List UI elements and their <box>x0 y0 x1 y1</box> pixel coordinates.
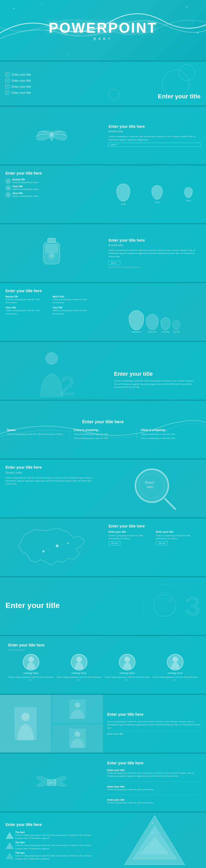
item-1: Enter your title China is preparing to m… <box>107 769 202 778</box>
svg-point-42 <box>75 702 80 708</box>
slide-5-footer: POWERPOINT DESIGN TEMPLATE <box>108 266 201 268</box>
portrait-photo-4 <box>167 654 183 671</box>
bottle-svg <box>38 237 65 270</box>
line-sep-13 <box>107 731 202 731</box>
body-3: China is preparing to mark... <box>12 195 40 197</box>
body-2: China is preparing to mark... <box>12 188 40 191</box>
slide-15-left: Enter your title here The fact China is … <box>0 812 103 868</box>
svg-point-5 <box>8 27 8 28</box>
slide-13: Enter your title here China is preparing… <box>0 695 206 752</box>
slide-8: Enter your title here Spawn China is pre… <box>0 401 206 459</box>
svg-text:✦: ✦ <box>50 782 52 784</box>
svg-point-15 <box>50 254 53 257</box>
line-sep-14-2 <box>107 795 202 795</box>
svg-rect-11 <box>47 238 56 242</box>
water-drop-medium <box>151 185 163 199</box>
label-1: Beauty life <box>12 178 40 181</box>
slide-3-right: Enter your title here Breathe baby China… <box>103 106 206 164</box>
slide-10-title: Enter your title here <box>108 524 201 528</box>
slide-7-title: Enter your title <box>114 371 195 377</box>
map-btn1[interactable]: Tell me <box>108 541 120 545</box>
slide-3-more-btn[interactable]: More + <box>108 143 201 147</box>
slide-12-title: Enter your title here <box>8 643 198 647</box>
slide-11-title: Enter your title <box>5 601 60 610</box>
slide-11-number: 3 <box>185 592 201 620</box>
svg-point-36 <box>76 657 82 662</box>
slide-14-left: ✦ <box>0 754 103 811</box>
photo-tile-2 <box>52 695 103 723</box>
svg-text:2: 2 <box>60 371 75 398</box>
slide-9-title: Enter your title here <box>5 465 98 469</box>
map-btn2[interactable]: Tell me <box>156 541 168 545</box>
slide-3-subtitle: Breathe baby <box>108 130 201 133</box>
slide-5-body: China is preparing to mark the 10th anni… <box>108 249 201 258</box>
tri-icon-2 <box>5 842 14 849</box>
water-drop-large <box>116 184 130 202</box>
slide-5-more-btn[interactable]: More + <box>108 261 120 265</box>
slide-10: Enter your title here Enter your title C… <box>0 518 206 576</box>
slide-14-right: Enter your title here Enter your title C… <box>103 754 206 811</box>
check-icon-3: ✓ <box>5 85 9 89</box>
label-2: Your title <box>12 185 40 188</box>
circle-deco-2 <box>178 64 195 81</box>
svg-point-2 <box>186 6 187 7</box>
svg-line-28 <box>43 546 57 551</box>
slide-9: Enter your title here Beauty baby China … <box>0 460 206 517</box>
slide-10-right: Enter your title here Enter your title C… <box>103 518 206 576</box>
svg-point-40 <box>22 713 30 721</box>
slide-7-visual: 2 <box>19 343 84 398</box>
col-3: Your title China is preparing to mark th… <box>5 306 50 315</box>
slide-13-left <box>0 695 103 752</box>
slide-4: Enter your title here ○ Beauty life Chin… <box>0 165 206 223</box>
check-icon-1: ✓ <box>5 72 9 76</box>
svg-rect-13 <box>45 244 58 253</box>
slide-7-left: 2 <box>0 342 103 400</box>
svg-rect-45 <box>47 779 56 786</box>
tri-icon-1 <box>5 832 14 839</box>
circle-icon-1: ○ <box>5 178 11 184</box>
label-3: Your title <box>12 192 40 195</box>
svg-point-7 <box>110 2 110 3</box>
wings-box-visual: ✦ <box>35 769 68 796</box>
slide-15-right: A B C <box>103 812 206 868</box>
slide-5: Enter your title here Breathe baby China… <box>0 224 206 282</box>
portrait-2: Coming Soon China is baby preparing to m… <box>56 654 102 681</box>
circle-icon-2: ○ <box>5 185 11 191</box>
svg-point-38 <box>172 657 178 662</box>
map-col1: Enter your title China is preparing to m… <box>108 530 153 545</box>
col-2: Much title China is preparing to mark th… <box>53 295 98 304</box>
slide-1-hero: POWERPOINT BABY <box>0 0 206 60</box>
slide-2-title: Enter your title <box>158 93 201 100</box>
slide-14-title: Enter your title here <box>107 761 202 765</box>
col-1: Beauty life China is preparing to mark t… <box>5 295 50 304</box>
svg-text:A: A <box>152 822 153 824</box>
portrait-photo-2 <box>71 654 87 671</box>
slide-13-title: Enter your title here <box>107 712 202 717</box>
svg-point-8 <box>68 55 69 56</box>
svg-text:B: B <box>152 831 153 834</box>
slide-3-left <box>0 106 103 164</box>
drop-1: Drop <box>116 184 130 205</box>
svg-text:Beauty: Beauty <box>145 481 154 484</box>
drop-d <box>172 320 180 330</box>
col-4: Your life China is preparing to mark the… <box>53 306 98 315</box>
slide-8-title: Enter your title here <box>4 420 202 424</box>
svg-line-29 <box>57 543 68 546</box>
svg-point-4 <box>192 22 193 23</box>
slide-11: Enter your title 3 <box>0 577 206 635</box>
slide-15-title: Enter your title here <box>5 823 98 827</box>
photo-tile-3 <box>52 724 103 752</box>
svg-point-1 <box>41 4 42 5</box>
portrait-1: Coming Soon China is baby preparing to m… <box>8 654 54 681</box>
slide-5-title: Enter your title here <box>108 238 201 242</box>
portrait-photo-3 <box>119 654 135 671</box>
slide-3: Enter your title here Breathe baby China… <box>0 106 206 164</box>
portrait-photo-1 <box>23 654 39 671</box>
slide-7: 2 Enter your title China is preparing to… <box>0 342 206 400</box>
slide-4-row3: ○ Your title China is preparing to mark.… <box>5 192 98 197</box>
col-sep-1 <box>69 429 70 440</box>
slide-5-right: Enter your title here Breathe baby China… <box>103 224 206 282</box>
portrait-3: Coming Soon China is baby preparing to m… <box>104 654 150 681</box>
slide-3-title: Enter your title here <box>108 124 201 129</box>
slide-10-left <box>0 518 103 576</box>
